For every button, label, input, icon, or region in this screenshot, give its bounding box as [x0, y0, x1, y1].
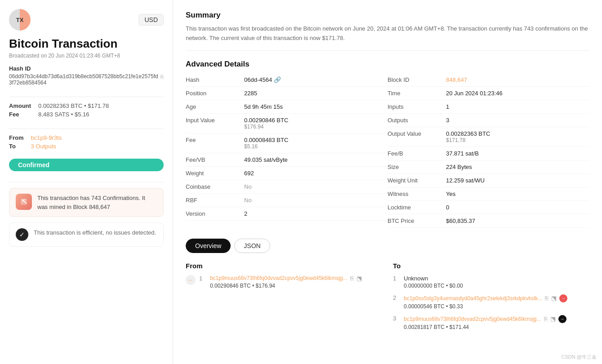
tx-header: TX USD [9, 9, 164, 31]
detail-feeb: Fee/B 37.871 sat/B [388, 147, 589, 160]
from-label: From [9, 134, 24, 141]
tab-json[interactable]: JSON [234, 239, 270, 253]
amount-fee-grid: Amount 0.00282363 BTC • $171.78 Fee 8,48… [9, 102, 164, 118]
details-right-col: Block ID 848,647 Time 20 Jun 2024 01:23:… [388, 73, 589, 228]
from-section: From ← 1 bc1p9muus68v73lh6fq0dvvad2cpvv5… [186, 262, 382, 336]
detail-outputs: Outputs 3 [388, 114, 589, 127]
to-item-2: 2 bc1p0ss5slg3y4uemasdyd0a45ghr2selekdj3… [393, 294, 589, 310]
fee-value: 8,483 SATS • $5.16 [38, 111, 164, 118]
detail-size: Size 224 Bytes [388, 160, 589, 174]
detail-hash: Hash 06dd-4564 🔗 [186, 73, 388, 87]
efficient-card: ✓ This transaction is efficient, no issu… [9, 222, 164, 247]
output-3-arrow-icon: → [558, 315, 566, 323]
from-item-1: ← 1 bc1p9muus68v73lh6fq0dvvad2cpvv5jg0ew… [186, 275, 382, 289]
from-to-grid: From bc1p9-9r3ts To 3 Outputs [9, 134, 164, 150]
hash-value: 06dd97b3c44db73d6a1d319b8ecb5087528bb5c2… [9, 73, 164, 86]
currency-badge[interactable]: USD [138, 14, 164, 26]
output-2-arrow-icon: → [559, 294, 567, 302]
to-item-1: 1 Unknown 0.00000000 BTC • $0.00 [393, 275, 589, 289]
detail-coinbase: Coinbase No [186, 180, 388, 194]
summary-text: This transaction was first broadcasted o… [186, 24, 589, 43]
tx-logo: TX [9, 9, 31, 31]
external-link-icon[interactable]: ⬔ [357, 275, 362, 282]
summary-title: Summary [186, 11, 589, 20]
copy-output-2-icon[interactable]: ⎘ [545, 295, 548, 302]
copy-output-3-icon[interactable]: ⎘ [544, 315, 548, 322]
tx-icon: TX [9, 9, 31, 31]
svg-text:⛏: ⛏ [22, 199, 27, 204]
detail-weightunit: Weight Unit 12.259 sat/WU [388, 174, 589, 187]
detail-inputs: Inputs 1 [388, 100, 589, 114]
to-item-3: 3 bc1p9muus68v73lh6fq0dvvad2cpvv5jg0ewd4… [393, 315, 589, 330]
page-title: Bitcoin Transaction [9, 37, 164, 51]
output-2-btc: 0.00000546 BTC • $0.33 [404, 303, 589, 310]
detail-witness: Witness Yes [388, 187, 589, 201]
fee-label: Fee [9, 111, 31, 118]
external-2-icon[interactable]: ⬔ [551, 295, 557, 302]
detail-btcprice: BTC Price $60,835.37 [388, 214, 589, 228]
detail-blockid: Block ID 848,647 [388, 73, 589, 87]
output-3-address[interactable]: bc1p9muus68v73lh6fq0dvvad2cpvv5jg0ewd45k… [404, 316, 541, 322]
details-grid: Hash 06dd-4564 🔗 Position 2285 Age 5d 9h… [186, 73, 589, 228]
hash-label: Hash ID [9, 65, 164, 72]
notification-icon: ⛏ [16, 194, 32, 210]
detail-age: Age 5d 9h 45m 15s [186, 100, 388, 114]
to-section: To 1 Unknown 0.00000000 BTC • $0.00 2 bc… [393, 262, 589, 336]
detail-locktime: Locktime 0 [388, 201, 589, 214]
from-to-grid: From ← 1 bc1p9muus68v73lh6fq0dvvad2cpvv5… [186, 262, 589, 336]
detail-fee: Fee 0.00008483 BTC $5.16 [186, 133, 388, 153]
from-value[interactable]: bc1p9-9r3ts [31, 134, 164, 141]
amount-label: Amount [9, 102, 31, 109]
advanced-title: Advanced Details [186, 60, 589, 69]
summary-section: Summary This transaction was first broad… [186, 0, 589, 51]
advanced-section: Advanced Details Hash 06dd-4564 🔗 Positi… [186, 60, 589, 228]
details-left-col: Hash 06dd-4564 🔗 Position 2285 Age 5d 9h… [186, 73, 388, 228]
detail-position: Position 2285 [186, 87, 388, 100]
amount-value: 0.00282363 BTC • $171.78 [38, 102, 164, 109]
from-arrow-icon: ← [186, 275, 196, 285]
detail-output-value: Output Value 0.00282363 BTC $171.78 [388, 127, 589, 147]
confirmed-badge: Confirmed [9, 159, 164, 171]
output-3-btc: 0.00281817 BTC • $171.44 [404, 324, 589, 330]
detail-time: Time 20 Jun 2024 01:23:46 [388, 87, 589, 100]
from-address-1[interactable]: bc1p9muus68v73lh6fq0dvvad2cpvv5jg0ewd45k… [210, 275, 348, 281]
watermark: CSDN @牛三金 [562, 354, 597, 360]
output-2-address[interactable]: bc1p0ss5slg3y4uemasdyd0a45ghr2selekdj3sr… [404, 295, 542, 302]
efficient-text: This transaction is efficient, no issues… [34, 228, 156, 237]
detail-input-value: Input Value 0.00290846 BTC $176.94 [186, 114, 388, 133]
copy-icon[interactable]: ⎘ [161, 74, 164, 80]
broadcast-date: Broadcasted on 20 Jun 2024 01:23:46 GMT+… [9, 53, 164, 59]
left-panel: TX USD Bitcoin Transaction Broadcasted o… [0, 0, 173, 364]
detail-rbf: RBF No [186, 194, 388, 207]
notification-card: ⛏ This transaction has 743 Confirmations… [9, 188, 164, 217]
from-title: From [186, 262, 382, 270]
check-icon: ✓ [16, 228, 28, 241]
external-3-icon[interactable]: ⬔ [550, 315, 556, 322]
to-label: To [9, 143, 24, 150]
hash-section: Hash ID 06dd97b3c44db73d6a1d319b8ecb5087… [9, 65, 164, 86]
to-value[interactable]: 3 Outputs [31, 143, 164, 150]
right-panel: Summary This transaction was first broad… [173, 0, 602, 364]
to-title: To [393, 262, 589, 270]
tab-overview[interactable]: Overview [186, 239, 231, 253]
output-1-label: Unknown [404, 275, 589, 282]
notification-text: This transaction has 743 Confirmations. … [37, 194, 157, 211]
from-btc-1: 0.00290846 BTC • $176.94 [210, 283, 382, 289]
copy-address-icon[interactable]: ⎘ [350, 275, 354, 282]
detail-weight: Weight 692 [186, 167, 388, 180]
detail-version: Version 2 [186, 207, 388, 221]
detail-feevb: Fee/VB 49.035 sat/vByte [186, 153, 388, 167]
tabs-row: Overview JSON [186, 239, 589, 253]
output-1-btc: 0.00000000 BTC • $0.00 [404, 283, 589, 289]
